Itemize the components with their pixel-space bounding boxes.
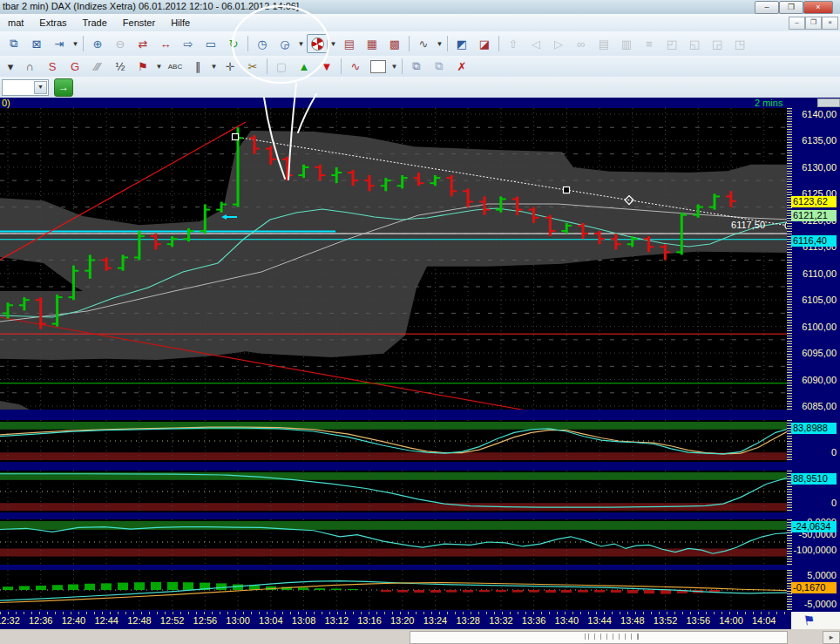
sell-arrow-icon[interactable]: ▼ (316, 57, 337, 76)
line-style-icon[interactable]: ∿ (413, 34, 434, 53)
duplicate-window-icon[interactable]: ⧉ (3, 34, 24, 53)
time-axis-label: 14:00 (719, 615, 743, 626)
time-axis-label: 12:56 (193, 615, 218, 626)
open-window-icon[interactable]: ⇥ (49, 34, 70, 53)
chart-template-icon[interactable]: ◪ (474, 34, 495, 53)
cut-tool-icon[interactable]: ✂ (242, 57, 263, 76)
page-back-icon[interactable]: ◁ (525, 34, 546, 53)
macd-panel[interactable] (0, 570, 787, 610)
close-window-icon[interactable]: ⊠ (26, 34, 47, 53)
horizontal-scrollbar[interactable] (410, 631, 788, 644)
refresh-icon[interactable]: ↻ (223, 34, 244, 53)
chart-header-strip: 0) 2 mins (0, 98, 840, 108)
menu-item-mat[interactable]: mat (0, 15, 31, 28)
expand-bars-icon[interactable]: ⇄ (132, 34, 153, 53)
monitor-grid-3-icon[interactable]: ◲ (707, 34, 728, 53)
price-chart-plot[interactable]: 6117,50 (0, 108, 787, 410)
mdi-minimize-button[interactable]: – (789, 17, 805, 30)
grid-large-icon[interactable]: ▩ (384, 34, 405, 53)
chevron-down-icon[interactable]: ▼ (34, 81, 47, 94)
price-axis-ticks (787, 108, 792, 410)
selection-box-icon[interactable]: ▢ (271, 57, 292, 76)
time-axis-label: 13:08 (292, 615, 316, 626)
restore-button[interactable]: ❐ (779, 1, 803, 14)
color-picker-swatch[interactable] (368, 57, 389, 76)
indicator-axis-label: -5,0000 (804, 599, 837, 609)
clock-period-icon[interactable]: ◶ (274, 34, 295, 53)
grid-medium-icon[interactable]: ▦ (362, 34, 383, 53)
buy-arrow-icon[interactable]: ▲ (294, 57, 315, 76)
mdi-close-button[interactable]: × (822, 17, 838, 30)
clock-icon[interactable]: ◷ (252, 34, 273, 53)
toolbar-separator (402, 58, 403, 74)
price-axis-label: 6135,00 (802, 135, 837, 146)
zoom-in-icon[interactable]: ⊕ (87, 34, 108, 53)
indicator-editor-icon[interactable]: ∿ (345, 57, 366, 76)
arc-tool-icon[interactable]: ∩ (19, 57, 40, 76)
channel-tool-icon[interactable]: ∥ (187, 57, 208, 76)
stochastic-fast-panel[interactable] (0, 420, 787, 462)
scrollbar-grip[interactable] (585, 634, 639, 640)
shrink-bars-icon[interactable]: ↔ (155, 34, 176, 53)
chart-settings-icon[interactable]: ◩ (451, 34, 472, 53)
pie-period-icon[interactable] (307, 34, 328, 53)
title-bar: tbar 2 min) DAX (Indizes Xetra) 06.01.20… (0, 0, 840, 15)
pie-period-icon-dropdown[interactable]: ▼ (329, 35, 338, 52)
grid-small-icon[interactable]: ▤ (339, 34, 360, 53)
line-style-icon-dropdown[interactable]: ▼ (435, 35, 444, 52)
toolbar-separator (267, 58, 268, 74)
shift-chart-icon[interactable]: ⇨ (178, 34, 199, 53)
interval-label: 2 mins (755, 98, 782, 108)
minimize-button[interactable]: – (755, 1, 779, 14)
monitor-grid-1-icon[interactable]: ◰ (661, 34, 682, 53)
toolbar-main: ⧉⊠⇥▼⊕⊖⇄↔⇨▭↻◷◶▼▼▤▦▩∿▼◩◪⇧◁▷∞▤▥≡◰◱◲◳ (0, 31, 840, 57)
open-window-icon-dropdown[interactable]: ▼ (71, 35, 80, 52)
clock-period-icon-dropdown[interactable]: ▼ (296, 35, 306, 52)
layout-report-icon[interactable]: ≡ (639, 34, 660, 53)
toolbar-separator (447, 36, 448, 51)
delete-drawing-icon[interactable]: ✗ (451, 57, 472, 76)
time-axis-label: 13:00 (226, 615, 250, 626)
send-to-back-icon[interactable]: ⧉ (429, 57, 450, 76)
chart-corner-box: ⚑ (791, 612, 840, 629)
retracement-tool-icon[interactable]: ½ (110, 57, 131, 76)
scrollbar-right-arrow[interactable]: ▸ (823, 631, 840, 644)
menu-item-trade[interactable]: Trade (75, 15, 115, 28)
toolbar-separator (83, 36, 84, 51)
parallel-lines-icon[interactable]: ⁄⁄⁄ (87, 57, 108, 76)
menu-item-hilfe[interactable]: Hilfe (163, 15, 198, 28)
time-axis-label: 13:40 (555, 615, 579, 626)
layout-list-icon[interactable]: ▤ (593, 34, 614, 53)
momentum-panel[interactable] (0, 519, 787, 565)
bring-to-front-icon[interactable]: ⧉ (406, 57, 427, 76)
move-anchor-icon[interactable]: ✛ (220, 57, 240, 76)
monitor-grid-2-icon[interactable]: ◱ (684, 34, 705, 53)
speed-lines-icon[interactable]: S (42, 57, 63, 76)
layout-detail-icon[interactable]: ▥ (616, 34, 637, 53)
text-tool-icon[interactable]: ABC (165, 57, 186, 76)
zoom-out-icon[interactable]: ⊖ (110, 34, 131, 53)
stochastic-slow-panel[interactable] (0, 471, 787, 512)
value-tag: 6116,40 (791, 235, 837, 247)
close-button[interactable]: × (803, 1, 833, 14)
status-bar: ▸ (0, 629, 840, 644)
symbol-combobox[interactable]: ▼ (2, 79, 49, 96)
menu-item-fenster[interactable]: Fenster (115, 15, 163, 28)
page-up-icon[interactable]: ⇧ (503, 34, 524, 53)
draw-tool-dropdown-icon[interactable]: ▾ (3, 57, 17, 76)
page-forward-icon[interactable]: ▷ (548, 34, 569, 53)
time-axis-label: 13:16 (357, 615, 382, 626)
full-view-icon[interactable]: ▭ (200, 34, 221, 53)
flag-marker-icon-dropdown[interactable]: ▼ (154, 58, 164, 75)
go-button[interactable]: → (54, 78, 73, 97)
binoculars-icon[interactable]: ∞ (571, 34, 592, 53)
channel-tool-icon-dropdown[interactable]: ▼ (209, 58, 219, 75)
flag-marker-icon[interactable]: ⚑ (132, 57, 153, 76)
menu-item-extras[interactable]: Extras (31, 15, 74, 28)
application-window: tbar 2 min) DAX (Indizes Xetra) 06.01.20… (0, 0, 840, 644)
mini-scrollbar[interactable] (817, 98, 840, 107)
monitor-grid-4-icon[interactable]: ◳ (729, 34, 750, 53)
color-picker-swatch-dropdown[interactable]: ▼ (390, 58, 399, 75)
mdi-restore-button[interactable]: ❐ (805, 17, 822, 30)
gann-lines-icon[interactable]: G (64, 57, 85, 76)
